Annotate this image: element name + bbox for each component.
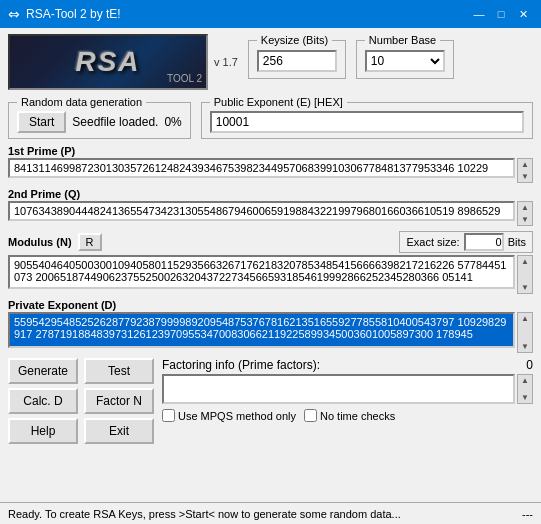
move-icon: ⇔ <box>8 6 20 22</box>
second-prime-label: 2nd Prime (Q) <box>8 188 533 200</box>
random-gen-group: Random data generation Start Seedfile lo… <box>8 96 191 139</box>
scroll-up-icon[interactable]: ▲ <box>520 375 530 386</box>
title-bar-left: ⇔ RSA-Tool 2 by tE! <box>8 6 121 22</box>
exact-size-box: Exact size: Bits <box>399 231 533 253</box>
first-prime-row: 8413114699872301303572612482439346753982… <box>8 158 533 183</box>
test-button[interactable]: Test <box>84 358 154 384</box>
status-bar: Ready. To create RSA Keys, press >Start<… <box>0 502 541 524</box>
second-prime-section: 2nd Prime (Q) 10763438904448241365547342… <box>8 188 533 226</box>
private-exp-container: 5595429548525262877923879999892095487537… <box>8 312 515 353</box>
seedfile-label: Seedfile loaded. <box>72 115 158 129</box>
keysize-group: Keysize (Bits) <box>248 34 346 79</box>
exit-button[interactable]: Exit <box>84 418 154 444</box>
private-exp-scrollbar[interactable]: ▲ ▼ <box>517 312 533 353</box>
r-button[interactable]: R <box>78 233 102 251</box>
exact-size-input[interactable] <box>464 233 504 251</box>
scroll-up-icon[interactable]: ▲ <box>520 313 530 324</box>
factor-n-button[interactable]: Factor N <box>84 388 154 414</box>
no-time-label: No time checks <box>320 410 395 422</box>
private-exp-label: Private Exponent (D) <box>8 299 533 311</box>
options-row: Use MPQS method only No time checks <box>162 409 533 422</box>
title-label: RSA-Tool 2 by tE! <box>26 7 121 21</box>
no-time-option[interactable]: No time checks <box>304 409 395 422</box>
modulus-container: 9055404640500300109405801152935663267176… <box>8 255 515 294</box>
random-gen-legend: Random data generation <box>17 96 146 108</box>
maximize-button[interactable]: □ <box>491 5 511 23</box>
scroll-down-icon[interactable]: ▼ <box>520 341 530 352</box>
first-prime-section: 1st Prime (P) 84131146998723013035726124… <box>8 145 533 183</box>
version-label: v 1.7 <box>214 56 238 68</box>
first-prime-label: 1st Prime (P) <box>8 145 533 157</box>
number-base-group: Number Base 2 8 10 16 <box>356 34 454 79</box>
scroll-up-icon[interactable]: ▲ <box>520 202 530 213</box>
generate-button[interactable]: Generate <box>8 358 78 384</box>
btn-row-1: Generate Test <box>8 358 154 384</box>
factoring-area: Factoring info (Prime factors): 0 ▲ ▼ Us… <box>162 358 533 422</box>
first-prime-display: 8413114699872301303572612482439346753982… <box>8 158 515 178</box>
factoring-count: 0 <box>526 358 533 372</box>
bottom-section: Generate Test Calc. D Factor N Help Exit… <box>8 358 533 444</box>
scroll-down-icon[interactable]: ▼ <box>520 392 530 403</box>
modulus-section: Modulus (N) R Exact size: Bits 905540464… <box>8 231 533 294</box>
private-exp-display[interactable]: 5595429548525262877923879999892095487537… <box>8 312 515 348</box>
modulus-header: Modulus (N) R Exact size: Bits <box>8 231 533 253</box>
factoring-row: ▲ ▼ <box>162 374 533 404</box>
factoring-scrollbar[interactable]: ▲ ▼ <box>517 374 533 404</box>
scroll-up-icon[interactable]: ▲ <box>520 256 530 267</box>
button-group: Generate Test Calc. D Factor N Help Exit <box>8 358 154 444</box>
factoring-header: Factoring info (Prime factors): 0 <box>162 358 533 372</box>
first-prime-container: 8413114699872301303572612482439346753982… <box>8 158 515 183</box>
close-button[interactable]: ✕ <box>513 5 533 23</box>
pub-exp-legend: Public Exponent (E) [HEX] <box>210 96 347 108</box>
number-base-select[interactable]: 2 8 10 16 <box>365 50 445 72</box>
private-exp-row: 5595429548525262877923879999892095487537… <box>8 312 533 353</box>
keysize-legend: Keysize (Bits) <box>257 34 332 46</box>
percent-label: 0% <box>164 115 181 129</box>
start-button[interactable]: Start <box>17 111 66 133</box>
modulus-row: 9055404640500300109405801152935663267176… <box>8 255 533 294</box>
mpqs-checkbox[interactable] <box>162 409 175 422</box>
keysize-input[interactable] <box>257 50 337 72</box>
logo-sub: TOOL 2 <box>167 73 202 84</box>
modulus-display: 9055404640500300109405801152935663267176… <box>8 255 515 289</box>
logo-box: RSA TOOL 2 <box>8 34 208 90</box>
calc-d-button[interactable]: Calc. D <box>8 388 78 414</box>
status-text: Ready. To create RSA Keys, press >Start<… <box>8 508 401 520</box>
factoring-container <box>162 374 515 404</box>
second-prime-scrollbar[interactable]: ▲ ▼ <box>517 201 533 226</box>
btn-row-2: Calc. D Factor N <box>8 388 154 414</box>
pub-exp-group: Public Exponent (E) [HEX] <box>201 96 533 139</box>
number-base-legend: Number Base <box>365 34 440 46</box>
help-button[interactable]: Help <box>8 418 78 444</box>
no-time-checkbox[interactable] <box>304 409 317 422</box>
second-prime-row: 1076343890444824136554734231305548679460… <box>8 201 533 226</box>
mpqs-label: Use MPQS method only <box>178 410 296 422</box>
bits-label: Bits <box>508 236 526 248</box>
scroll-up-icon[interactable]: ▲ <box>520 159 530 170</box>
title-bar-controls: — □ ✕ <box>469 5 533 23</box>
top-row: RSA TOOL 2 v 1.7 Keysize (Bits) Number B… <box>8 34 533 90</box>
title-bar: ⇔ RSA-Tool 2 by tE! — □ ✕ <box>0 0 541 28</box>
scroll-down-icon[interactable]: ▼ <box>520 282 530 293</box>
factoring-display <box>162 374 515 404</box>
scroll-down-icon[interactable]: ▼ <box>520 171 530 182</box>
pub-exp-input[interactable] <box>210 111 524 133</box>
minimize-button[interactable]: — <box>469 5 489 23</box>
modulus-scrollbar[interactable]: ▲ ▼ <box>517 255 533 294</box>
main-content: RSA TOOL 2 v 1.7 Keysize (Bits) Number B… <box>0 28 541 450</box>
mpqs-option[interactable]: Use MPQS method only <box>162 409 296 422</box>
logo-text: RSA <box>75 46 140 78</box>
first-prime-scrollbar[interactable]: ▲ ▼ <box>517 158 533 183</box>
scroll-down-icon[interactable]: ▼ <box>520 214 530 225</box>
status-dashes: --- <box>522 508 533 520</box>
random-gen-row: Random data generation Start Seedfile lo… <box>8 96 533 139</box>
second-prime-container: 1076343890444824136554734231305548679460… <box>8 201 515 226</box>
modulus-label: Modulus (N) <box>8 236 72 248</box>
exact-size-label: Exact size: <box>406 236 459 248</box>
btn-row-3: Help Exit <box>8 418 154 444</box>
second-prime-display: 1076343890444824136554734231305548679460… <box>8 201 515 221</box>
private-exp-section: Private Exponent (D) 5595429548525262877… <box>8 299 533 353</box>
factoring-label: Factoring info (Prime factors): <box>162 358 320 372</box>
